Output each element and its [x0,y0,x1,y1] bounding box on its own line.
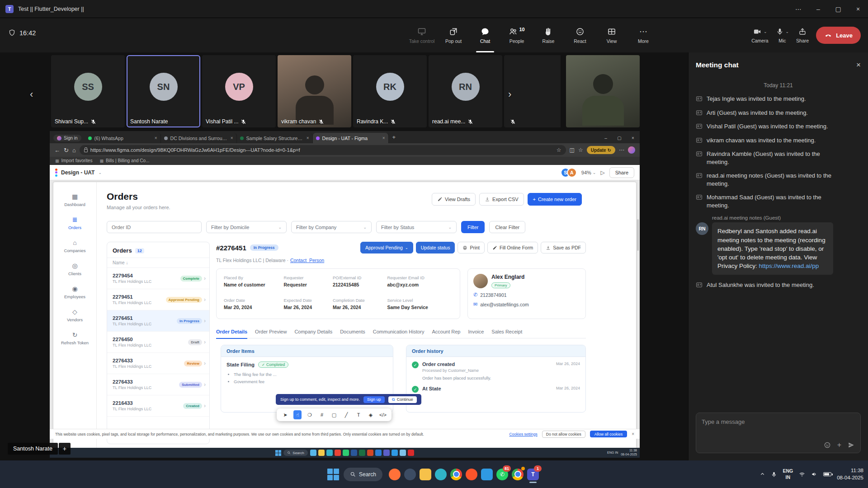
send-icon[interactable] [848,441,855,449]
participant-tile[interactable]: VP Vishal Patil ... [202,55,276,127]
window-more-icon[interactable]: ⋯ [788,0,808,18]
figma-share-button[interactable]: Share [609,167,634,178]
browser-maximize-icon[interactable]: ▢ [613,132,626,143]
split-screen-icon[interactable]: ◫ [570,147,575,153]
search-pill[interactable]: Search [283,450,307,456]
favorites-icon[interactable]: ☆ [578,147,583,153]
taskbar-app-icon[interactable] [400,450,406,456]
taskbar-app-button[interactable]: T 1 [525,465,541,484]
present-icon[interactable]: ▷ [600,169,604,176]
tab-close-icon[interactable]: × [307,136,309,141]
participant-tile[interactable]: SS Shivani Sup... [51,55,125,127]
window-maximize-icon[interactable]: ▢ [828,0,848,18]
taskbar-search[interactable]: Search [344,468,382,481]
taskbar-app-button[interactable] [510,465,525,484]
browser-update-button[interactable]: Update↻ [587,146,615,154]
filter-company-select[interactable]: Filter by Company⌄ [291,221,372,233]
cookie-close-icon[interactable]: × [632,432,634,436]
order-id-input[interactable] [107,221,202,233]
tray-chevron-up-icon[interactable] [760,471,765,477]
tab-close-icon[interactable]: × [155,136,157,141]
cookie-settings-link[interactable]: Cookies settings [509,432,537,436]
sidebar-item[interactable]: ≣ Orders [68,216,81,230]
taskbar-app-icon[interactable] [351,450,357,456]
taskbar-app-icon[interactable] [408,450,414,456]
browser-minimize-icon[interactable]: – [599,132,613,143]
taskbar-app-button[interactable] [402,465,418,484]
sidebar-item[interactable]: ◇ Vendors [67,308,83,322]
favorite-item[interactable]: ▦ Import favorites [55,158,92,163]
order-row[interactable]: 2276433 TL Flex Holdings LLC Submitted › [107,374,209,395]
taskbar-app-icon[interactable] [375,450,382,456]
detail-tab[interactable]: Company Details [294,329,332,338]
participant-tile[interactable]: RN read.ai mee... [429,55,502,127]
taskbar-app-icon[interactable] [343,450,349,456]
taskbar-app-icon[interactable] [359,450,365,456]
save-as-pdf-button[interactable]: Save as PDF [541,242,586,253]
raise-hand-button[interactable]: Raise [533,18,564,52]
chat-input-box[interactable]: + [696,413,861,453]
react-button[interactable]: React [564,18,596,52]
print-button[interactable]: Print [458,242,485,253]
filter-clear-button[interactable]: Clear Filter [489,221,525,233]
fill-online-form-button[interactable]: Fill Online Form [487,242,538,253]
figma-tool-icon[interactable]: </> [379,410,387,419]
order-row[interactable]: 2276433 TL Flex Holdings LLC Review › [107,353,209,374]
taskbar-clock[interactable]: 11:3808-04-2025 [837,467,863,481]
browser-tab[interactable]: DC Divisions and Surroundings × [161,133,237,143]
detail-tab[interactable]: Invoice [468,329,484,338]
home-icon[interactable]: ⌂ [72,147,76,154]
privacy-policy-link[interactable]: https://www.read.ai/pp [759,263,819,269]
signup-button[interactable]: Sign up [363,396,385,403]
view-button[interactable]: View [596,18,627,52]
leave-button[interactable]: Leave [816,27,861,44]
browser-tab[interactable]: (6) WhatsApp × [85,133,161,143]
browser-tab[interactable]: Sample Salary Structure with cal... × [237,133,313,143]
new-tab-icon[interactable]: + [392,134,396,141]
figma-tool-icon[interactable]: ☝ [293,410,302,419]
taskbar-app-button[interactable] [387,465,402,484]
bookmark-star-icon[interactable]: ☆ [557,147,561,153]
filter-status-select[interactable]: Filter by Status⌄ [376,221,457,233]
view-drafts-button[interactable]: View Drafts [432,193,476,206]
browser-profile-avatar[interactable] [628,146,635,154]
sidebar-item[interactable]: ◉ Employees [64,285,85,299]
taskbar-app-icon[interactable] [392,450,398,456]
sidebar-item[interactable]: ▦ Dashboard [64,193,85,207]
language-indicator[interactable]: ENGIN [783,468,793,480]
sidebar-item[interactable]: ⌂ Companies [64,239,85,253]
taskbar-app-icon[interactable] [367,450,373,456]
detail-tab[interactable]: Order Details [216,329,247,338]
mic-button[interactable]: ⌄ Mic [776,28,789,43]
sidebar-item[interactable]: ◎ Clients [68,262,81,276]
figma-tool-icon[interactable]: ◈ [367,410,375,419]
figma-file-name[interactable]: Design - UAT [61,169,94,176]
detail-tab[interactable]: Account Rep [432,329,461,338]
start-icon[interactable] [275,450,281,456]
figma-tool-icon[interactable]: # [318,410,326,419]
detail-tab[interactable]: Communication History [373,329,425,338]
scrollbar[interactable] [637,219,639,251]
figma-tool-icon[interactable]: ▢ [330,410,338,419]
detail-tab[interactable]: Order Preview [255,329,287,338]
participant-tile[interactable] [504,55,561,127]
order-row[interactable]: 2279454 TL Flex Holdings LLC Complete › [107,268,209,289]
detail-tab[interactable]: Documents [340,329,365,338]
window-minimize-icon[interactable]: – [808,0,828,18]
filter-apply-button[interactable]: Filter [461,221,485,233]
file-menu-chevron-icon[interactable]: ⌄ [98,170,102,175]
filter-domicile-select[interactable]: Filter by Domicile⌄ [206,221,287,233]
taskbar-app-button[interactable] [464,465,479,484]
chat-close-icon[interactable]: × [856,61,861,70]
deny-cookies-button[interactable]: Do not allow cookies [542,431,585,438]
emoji-icon[interactable] [824,441,831,449]
figma-tool-icon[interactable]: ➤ [281,410,289,419]
back-icon[interactable]: ← [54,147,60,154]
camera-button[interactable]: ⌄ Camera [751,28,768,43]
collaborator-avatar[interactable]: A [567,168,577,178]
url-field[interactable]: https://www.figma.com/design/9BKQ0FOHRWa… [80,145,566,155]
taskbar-app-icon[interactable] [383,450,390,456]
zoom-control[interactable]: 94%⌄ [581,170,596,175]
order-row[interactable]: 2216433 TL Flex Holdings LLC Created › [107,395,209,417]
taskbar-app-icon[interactable] [335,450,341,456]
